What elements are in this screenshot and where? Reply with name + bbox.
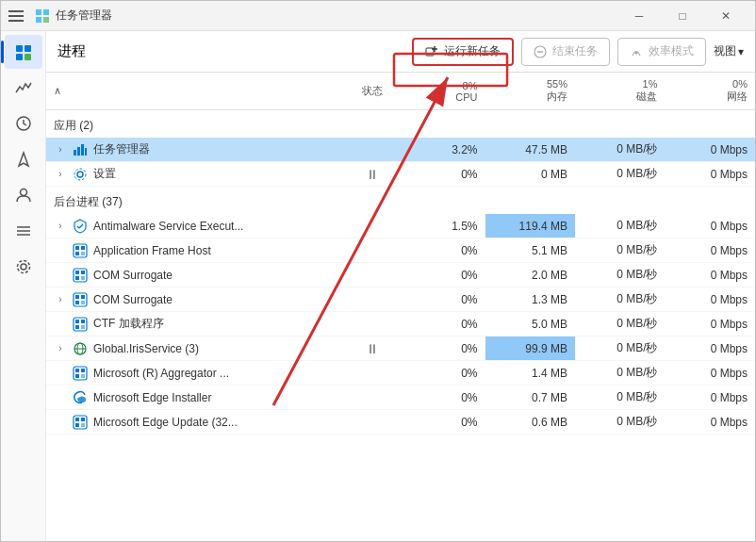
table-row[interactable]: CTF 加载程序 0% 5.0 MB 0 MB/秒 0 Mbps: [46, 312, 755, 337]
table-row[interactable]: › Global.IrisService (3) ⏸ 0% 99.9 MB 0 …: [46, 337, 755, 361]
mem-percent: 55%: [547, 78, 567, 90]
svg-marker-9: [19, 153, 28, 166]
process-icon: [73, 317, 88, 332]
main-layout: 进程 运行新任务 结束任务: [1, 31, 755, 541]
svg-rect-0: [36, 9, 41, 15]
process-memory-cell: 119.4 MB: [485, 214, 575, 238]
svg-rect-1: [43, 9, 49, 15]
process-status-cell: [338, 214, 406, 238]
svg-rect-33: [75, 252, 79, 255]
details-icon: [15, 222, 32, 239]
process-disk-cell: 0 MB/秒: [575, 287, 665, 312]
disk-percent: 1%: [643, 78, 658, 90]
services-icon: [15, 258, 32, 275]
view-button[interactable]: 视图 ▾: [714, 43, 744, 59]
process-icon: [73, 243, 88, 258]
mem-label: 内存: [547, 90, 567, 102]
process-memory-cell: 0.6 MB: [485, 410, 575, 435]
table-row[interactable]: › 任务管理器 3.2% 47.5 MB 0 MB/秒 0 Mbps: [46, 138, 755, 162]
process-status-cell: ⏸: [338, 162, 406, 187]
col-header-cpu[interactable]: 8% CPU: [406, 73, 485, 110]
svg-rect-37: [81, 271, 85, 274]
col-header-name[interactable]: ∧: [46, 73, 338, 110]
col-header-disk[interactable]: 1% 磁盘: [575, 73, 665, 110]
sort-arrow: ∧: [54, 85, 61, 96]
process-name-label: Microsoft Edge Installer: [93, 391, 211, 404]
process-name-label: Microsoft Edge Update (32...: [93, 416, 238, 429]
table-row[interactable]: › COM Surrogate 0% 1.3 MB 0 MB/秒 0 Mbps: [46, 287, 755, 312]
svg-rect-61: [75, 423, 79, 427]
process-icon: [73, 219, 88, 234]
process-name-label: Microsoft (R) Aggregator ...: [93, 367, 229, 380]
process-cpu-cell: 3.2%: [406, 138, 485, 162]
run-new-task-button[interactable]: 运行新任务: [412, 38, 514, 66]
section-title: 进程: [58, 42, 86, 60]
table-row[interactable]: COM Surrogate 0% 2.0 MB 0 MB/秒 0 Mbps: [46, 263, 755, 287]
process-memory-cell: 2.0 MB: [485, 263, 575, 287]
process-icon: [73, 366, 88, 381]
net-label: 网络: [727, 90, 748, 102]
process-name-label: 任务管理器: [93, 141, 150, 157]
title-bar: 任务管理器 ─ □ ✕: [1, 1, 755, 31]
process-network-cell: 0 Mbps: [665, 337, 755, 361]
sidebar-item-users[interactable]: [5, 178, 42, 212]
process-name-label: 设置: [93, 166, 116, 182]
process-cpu-cell: 0%: [406, 312, 485, 337]
sidebar-item-history[interactable]: [5, 107, 42, 140]
maximize-button[interactable]: □: [661, 1, 704, 31]
process-network-cell: 0 Mbps: [665, 287, 755, 312]
process-name-label: COM Surrogate: [93, 293, 173, 306]
process-icon: [73, 341, 88, 356]
col-header-memory[interactable]: 55% 内存: [485, 73, 575, 110]
expand-icon[interactable]: ›: [54, 143, 67, 156]
col-header-status[interactable]: 状态: [338, 73, 406, 110]
cpu-percent: 8%: [463, 80, 478, 91]
process-disk-cell: 0 MB/秒: [575, 162, 665, 187]
end-task-icon: [534, 45, 547, 58]
hamburger-menu[interactable]: [8, 7, 27, 25]
process-disk-cell: 0 MB/秒: [575, 361, 665, 386]
sidebar-item-details[interactable]: [5, 214, 42, 248]
svg-point-27: [74, 169, 86, 180]
table-row[interactable]: Microsoft (R) Aggregator ... 0% 1.4 MB 0…: [46, 361, 755, 386]
minimize-button[interactable]: ─: [617, 1, 661, 31]
close-button[interactable]: ✕: [704, 1, 748, 31]
process-network-cell: 0 Mbps: [665, 386, 755, 410]
svg-rect-24: [81, 144, 84, 156]
table-row[interactable]: Microsoft Edge Update (32... 0% 0.6 MB 0…: [46, 410, 755, 435]
process-table-container[interactable]: ∧ 状态 8% CPU 55%: [46, 73, 755, 541]
svg-rect-46: [75, 320, 79, 323]
process-disk-cell: 0 MB/秒: [575, 410, 665, 435]
process-cpu-cell: 0%: [406, 238, 485, 263]
svg-rect-42: [81, 295, 85, 299]
process-cpu-cell: 0%: [406, 287, 485, 312]
table-row[interactable]: › Antimalware Service Execut... 1.5% 119…: [46, 214, 755, 238]
process-status-cell: [338, 263, 406, 287]
process-disk-cell: 0 MB/秒: [575, 238, 665, 263]
process-status-cell: [338, 386, 406, 410]
sidebar-item-processes[interactable]: [5, 35, 42, 69]
expand-icon[interactable]: ›: [54, 168, 67, 181]
end-task-button[interactable]: 结束任务: [521, 38, 610, 66]
svg-rect-48: [75, 325, 79, 329]
process-icon: [73, 292, 88, 307]
process-status-cell: ⏸: [338, 337, 406, 361]
process-icon: [73, 415, 88, 430]
table-body: 应用 (2) › 任务管理器 3.2% 47.5 MB 0 MB/秒 0 Mbp…: [46, 110, 755, 435]
efficiency-mode-button[interactable]: 效率模式: [617, 38, 706, 66]
sidebar-item-performance[interactable]: [5, 71, 42, 105]
table-row[interactable]: › 设置 ⏸ 0% 0 MB 0 MB/秒 0 Mbps: [46, 162, 755, 187]
expand-icon[interactable]: ›: [54, 342, 67, 355]
svg-rect-2: [36, 17, 41, 23]
expand-icon[interactable]: ›: [54, 220, 67, 233]
process-name-label: Antimalware Service Execut...: [93, 220, 243, 233]
processes-icon: [15, 43, 32, 60]
expand-icon[interactable]: ›: [54, 293, 67, 306]
sidebar-item-services[interactable]: [5, 250, 42, 284]
process-status-cell: [338, 138, 406, 162]
table-row[interactable]: Application Frame Host 0% 5.1 MB 0 MB/秒 …: [46, 238, 755, 263]
col-header-network[interactable]: 0% 网络: [665, 73, 755, 110]
table-row[interactable]: Microsoft Edge Installer 0% 0.7 MB 0 MB/…: [46, 386, 755, 410]
sidebar-item-startup[interactable]: [5, 142, 42, 176]
process-cpu-cell: 0%: [406, 263, 485, 287]
